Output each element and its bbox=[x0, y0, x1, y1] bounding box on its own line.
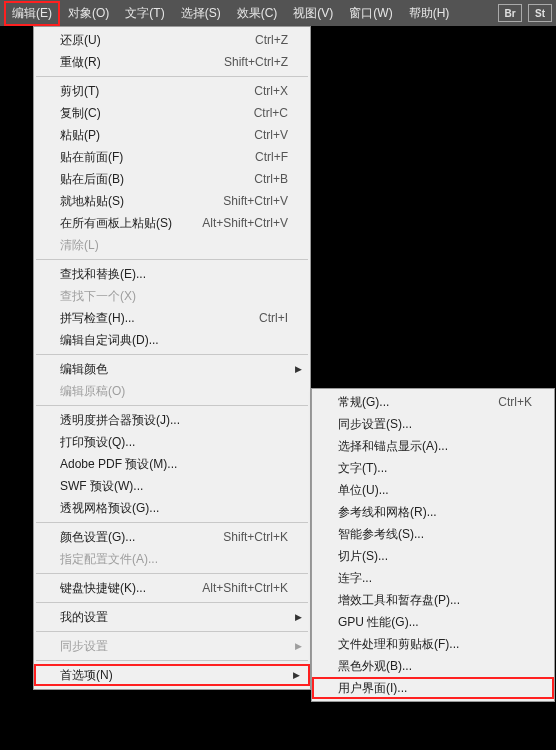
menu-item[interactable]: 贴在后面(B)Ctrl+B bbox=[34, 168, 310, 190]
menu-separator bbox=[36, 602, 308, 603]
menu-item[interactable]: GPU 性能(G)... bbox=[312, 611, 554, 633]
menu-separator bbox=[36, 76, 308, 77]
menubar: 编辑(E)对象(O)文字(T)选择(S)效果(C)视图(V)窗口(W)帮助(H)… bbox=[0, 0, 556, 26]
menu-item-label: 智能参考线(S)... bbox=[338, 526, 532, 542]
menubar-item[interactable]: 文字(T) bbox=[117, 1, 172, 26]
menubar-item[interactable]: 编辑(E) bbox=[4, 1, 60, 26]
menu-item[interactable]: 键盘快捷键(K)...Alt+Shift+Ctrl+K bbox=[34, 577, 310, 599]
menu-item[interactable]: 首选项(N)▶ bbox=[34, 664, 310, 686]
menu-item-label: 就地粘贴(S) bbox=[60, 193, 211, 209]
menu-separator bbox=[36, 259, 308, 260]
menu-separator bbox=[36, 573, 308, 574]
menu-separator bbox=[36, 522, 308, 523]
menu-item[interactable]: 常规(G)...Ctrl+K bbox=[312, 391, 554, 413]
submenu-arrow-icon: ▶ bbox=[295, 361, 302, 377]
menu-item-label: 透视网格预设(G)... bbox=[60, 500, 288, 516]
menu-item-shortcut: Shift+Ctrl+K bbox=[223, 529, 288, 545]
menu-item[interactable]: 选择和锚点显示(A)... bbox=[312, 435, 554, 457]
menubar-item[interactable]: 选择(S) bbox=[173, 1, 229, 26]
menu-item[interactable]: Adobe PDF 预设(M)... bbox=[34, 453, 310, 475]
menu-item-label: 查找和替换(E)... bbox=[60, 266, 288, 282]
menu-item-label: 还原(U) bbox=[60, 32, 243, 48]
menu-item-shortcut: Ctrl+I bbox=[259, 310, 288, 326]
menu-item[interactable]: 贴在前面(F)Ctrl+F bbox=[34, 146, 310, 168]
menu-item[interactable]: 切片(S)... bbox=[312, 545, 554, 567]
menu-item: 指定配置文件(A)... bbox=[34, 548, 310, 570]
menu-item[interactable]: 在所有画板上粘贴(S)Alt+Shift+Ctrl+V bbox=[34, 212, 310, 234]
menu-item-label: 同步设置(S)... bbox=[338, 416, 532, 432]
menu-item-shortcut: Alt+Shift+Ctrl+K bbox=[202, 580, 288, 596]
submenu-arrow-icon: ▶ bbox=[295, 609, 302, 625]
menu-item-shortcut: Ctrl+Z bbox=[255, 32, 288, 48]
menu-item-shortcut: Ctrl+C bbox=[254, 105, 288, 121]
st-app-icon[interactable]: St bbox=[528, 4, 552, 22]
menu-item[interactable]: 重做(R)Shift+Ctrl+Z bbox=[34, 51, 310, 73]
menubar-item[interactable]: 对象(O) bbox=[60, 1, 117, 26]
menu-item-shortcut: Ctrl+F bbox=[255, 149, 288, 165]
menu-item-label: 文字(T)... bbox=[338, 460, 532, 476]
menu-item[interactable]: 编辑自定词典(D)... bbox=[34, 329, 310, 351]
menu-item-label: Adobe PDF 预设(M)... bbox=[60, 456, 288, 472]
menu-item[interactable]: 增效工具和暂存盘(P)... bbox=[312, 589, 554, 611]
menu-item-label: 常规(G)... bbox=[338, 394, 486, 410]
submenu-arrow-icon: ▶ bbox=[293, 667, 300, 683]
menu-item-label: 键盘快捷键(K)... bbox=[60, 580, 190, 596]
menu-item[interactable]: 就地粘贴(S)Shift+Ctrl+V bbox=[34, 190, 310, 212]
submenu-arrow-icon: ▶ bbox=[295, 638, 302, 654]
menu-item-label: 我的设置 bbox=[60, 609, 288, 625]
menubar-item[interactable]: 帮助(H) bbox=[401, 1, 458, 26]
menu-item[interactable]: 同步设置(S)... bbox=[312, 413, 554, 435]
menu-item[interactable]: 文件处理和剪贴板(F)... bbox=[312, 633, 554, 655]
menu-item-label: 参考线和网格(R)... bbox=[338, 504, 532, 520]
menubar-item[interactable]: 视图(V) bbox=[285, 1, 341, 26]
menu-item[interactable]: 参考线和网格(R)... bbox=[312, 501, 554, 523]
menu-item-label: 贴在后面(B) bbox=[60, 171, 242, 187]
menu-item-label: 贴在前面(F) bbox=[60, 149, 243, 165]
menu-item-label: 连字... bbox=[338, 570, 532, 586]
menu-separator bbox=[36, 405, 308, 406]
menubar-item[interactable]: 窗口(W) bbox=[341, 1, 400, 26]
menu-item-label: 黑色外观(B)... bbox=[338, 658, 532, 674]
menu-item-label: SWF 预设(W)... bbox=[60, 478, 288, 494]
edit-menu-panel: 还原(U)Ctrl+Z重做(R)Shift+Ctrl+Z剪切(T)Ctrl+X复… bbox=[33, 26, 311, 690]
menubar-item[interactable]: 效果(C) bbox=[229, 1, 286, 26]
menu-item[interactable]: 颜色设置(G)...Shift+Ctrl+K bbox=[34, 526, 310, 548]
menu-item-label: 粘贴(P) bbox=[60, 127, 242, 143]
menu-item[interactable]: 文字(T)... bbox=[312, 457, 554, 479]
menu-item[interactable]: 剪切(T)Ctrl+X bbox=[34, 80, 310, 102]
menu-item[interactable]: 打印预设(Q)... bbox=[34, 431, 310, 453]
menu-item-label: 查找下一个(X) bbox=[60, 288, 288, 304]
br-app-icon[interactable]: Br bbox=[498, 4, 522, 22]
menu-item[interactable]: 透明度拼合器预设(J)... bbox=[34, 409, 310, 431]
menu-item-label: 首选项(N) bbox=[60, 667, 288, 683]
menu-item[interactable]: 单位(U)... bbox=[312, 479, 554, 501]
menu-item-shortcut: Alt+Shift+Ctrl+V bbox=[202, 215, 288, 231]
preferences-submenu-panel: 常规(G)...Ctrl+K同步设置(S)...选择和锚点显示(A)...文字(… bbox=[311, 388, 555, 702]
menu-item[interactable]: 透视网格预设(G)... bbox=[34, 497, 310, 519]
menu-item-label: 重做(R) bbox=[60, 54, 212, 70]
menu-item-label: 拼写检查(H)... bbox=[60, 310, 247, 326]
menu-item[interactable]: 黑色外观(B)... bbox=[312, 655, 554, 677]
menu-item[interactable]: 连字... bbox=[312, 567, 554, 589]
menu-item[interactable]: 查找和替换(E)... bbox=[34, 263, 310, 285]
menu-separator bbox=[36, 354, 308, 355]
menu-item[interactable]: 编辑颜色▶ bbox=[34, 358, 310, 380]
menu-item: 编辑原稿(O) bbox=[34, 380, 310, 402]
menu-item-label: 透明度拼合器预设(J)... bbox=[60, 412, 288, 428]
menu-item-shortcut: Shift+Ctrl+V bbox=[223, 193, 288, 209]
menu-item-label: 复制(C) bbox=[60, 105, 242, 121]
menu-item-label: 单位(U)... bbox=[338, 482, 532, 498]
menu-item[interactable]: 用户界面(I)... bbox=[312, 677, 554, 699]
menu-item-shortcut: Ctrl+X bbox=[254, 83, 288, 99]
menu-item[interactable]: 我的设置▶ bbox=[34, 606, 310, 628]
menu-item-shortcut: Ctrl+V bbox=[254, 127, 288, 143]
menu-item[interactable]: 拼写检查(H)...Ctrl+I bbox=[34, 307, 310, 329]
menu-item[interactable]: SWF 预设(W)... bbox=[34, 475, 310, 497]
menu-item-label: 清除(L) bbox=[60, 237, 288, 253]
menu-item[interactable]: 智能参考线(S)... bbox=[312, 523, 554, 545]
menu-item-shortcut: Ctrl+B bbox=[254, 171, 288, 187]
menu-item[interactable]: 还原(U)Ctrl+Z bbox=[34, 29, 310, 51]
menu-item[interactable]: 粘贴(P)Ctrl+V bbox=[34, 124, 310, 146]
menu-separator bbox=[36, 631, 308, 632]
menu-item[interactable]: 复制(C)Ctrl+C bbox=[34, 102, 310, 124]
